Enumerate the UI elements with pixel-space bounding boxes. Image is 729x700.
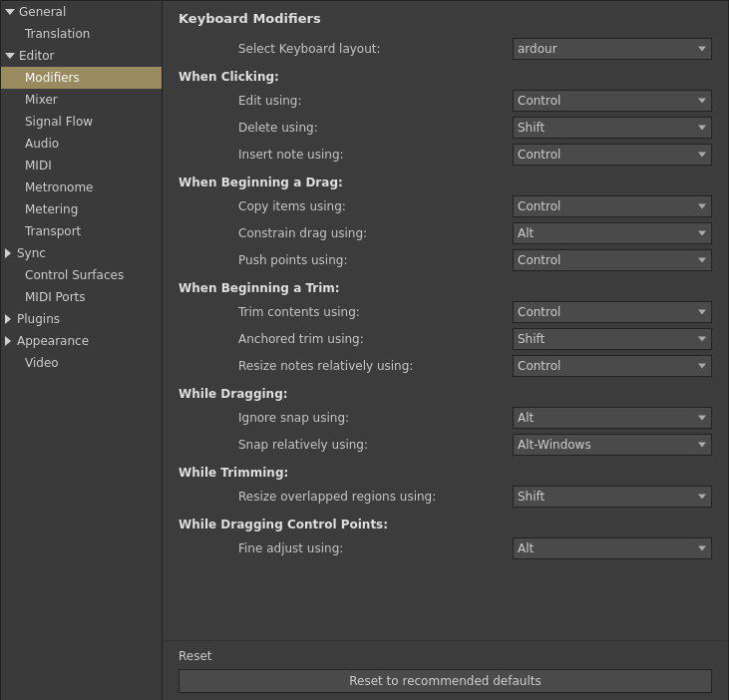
select-edit-using[interactable]: ControlAltShift — [513, 90, 712, 112]
setting-row-snap-relatively-using: Snap relatively using:Alt-WindowsControl… — [179, 434, 712, 456]
select-insert-note-using[interactable]: ControlAltShift — [513, 144, 712, 166]
setting-row-fine-adjust-using: Fine adjust using:ControlAltShift — [179, 537, 712, 559]
select-wrapper-resize-overlapped: ControlAltShift — [513, 486, 712, 508]
setting-row-push-points-using: Push points using:ControlAltShift — [179, 249, 712, 271]
sidebar-item-metering[interactable]: Metering — [1, 198, 162, 220]
select-wrapper-edit-using: ControlAltShift — [513, 90, 712, 112]
setting-label-select-keyboard: Select Keyboard layout: — [238, 42, 513, 56]
chevron-right-icon — [5, 314, 11, 324]
sidebar-item-signal-flow[interactable]: Signal Flow — [1, 111, 162, 133]
select-resize-overlapped[interactable]: ControlAltShift — [513, 486, 712, 508]
sidebar-item-metronome[interactable]: Metronome — [1, 176, 162, 198]
sidebar-item-control-surfaces[interactable]: Control Surfaces — [1, 264, 162, 286]
setting-label-ignore-snap-using: Ignore snap using: — [238, 411, 513, 425]
sidebar-item-editor[interactable]: Editor — [1, 45, 162, 67]
select-wrapper-copy-items-using: ControlAltShift — [513, 195, 712, 217]
sidebar-item-plugins[interactable]: Plugins — [1, 308, 162, 330]
sidebar-item-label: Plugins — [17, 312, 60, 326]
select-ignore-snap-using[interactable]: ControlAltShift — [513, 407, 712, 429]
select-wrapper-push-points-using: ControlAltShift — [513, 249, 712, 271]
select-wrapper-trim-contents-using: ControlAltShift — [513, 301, 712, 323]
select-push-points-using[interactable]: ControlAltShift — [513, 249, 712, 271]
setting-row-trim-contents-using: Trim contents using:ControlAltShift — [179, 301, 712, 323]
setting-label-insert-note-using: Insert note using: — [238, 148, 513, 162]
sidebar-item-label: Appearance — [17, 334, 89, 348]
section-header-when-beginning-trim: When Beginning a Trim: — [179, 281, 712, 295]
select-delete-using[interactable]: ControlAltShift — [513, 117, 712, 139]
select-wrapper-anchored-trim-using: ControlAltShift — [513, 328, 712, 350]
page-title: Keyboard Modifiers — [179, 11, 712, 26]
setting-row-constrain-drag-using: Constrain drag using:ControlAltShift — [179, 222, 712, 244]
select-select-keyboard[interactable]: ardour — [513, 38, 712, 60]
section-header-when-beginning-drag: When Beginning a Drag: — [179, 175, 712, 189]
setting-label-resize-overlapped: Resize overlapped regions using: — [238, 490, 513, 504]
setting-row-resize-notes-relatively: Resize notes relatively using:ControlAlt… — [179, 355, 712, 377]
select-resize-notes-relatively[interactable]: ControlAltShift — [513, 355, 712, 377]
select-fine-adjust-using[interactable]: ControlAltShift — [513, 537, 712, 559]
setting-label-anchored-trim-using: Anchored trim using: — [238, 332, 513, 346]
setting-label-resize-notes-relatively: Resize notes relatively using: — [238, 359, 513, 373]
setting-label-trim-contents-using: Trim contents using: — [238, 305, 513, 319]
section-header-while-dragging: While Dragging: — [179, 387, 712, 401]
select-wrapper-select-keyboard: ardour — [513, 38, 712, 60]
sidebar-item-modifiers[interactable]: Modifiers — [1, 67, 162, 89]
select-wrapper-constrain-drag-using: ControlAltShift — [513, 222, 712, 244]
setting-row-edit-using: Edit using:ControlAltShift — [179, 90, 712, 112]
select-wrapper-delete-using: ControlAltShift — [513, 117, 712, 139]
select-trim-contents-using[interactable]: ControlAltShift — [513, 301, 712, 323]
sidebar-item-mixer[interactable]: Mixer — [1, 89, 162, 111]
chevron-right-icon — [5, 336, 11, 346]
chevron-down-icon — [5, 9, 15, 15]
setting-row-anchored-trim-using: Anchored trim using:ControlAltShift — [179, 328, 712, 350]
section-header-while-dragging-control: While Dragging Control Points: — [179, 518, 712, 531]
setting-label-snap-relatively-using: Snap relatively using: — [238, 438, 513, 452]
reset-section: Reset Reset to recommended defaults — [163, 640, 728, 700]
select-copy-items-using[interactable]: ControlAltShift — [513, 195, 712, 217]
select-wrapper-snap-relatively-using: Alt-WindowsControlAltShift — [513, 434, 712, 456]
reset-label: Reset — [179, 649, 712, 663]
sections-container: Select Keyboard layout:ardourWhen Clicki… — [179, 38, 712, 559]
select-anchored-trim-using[interactable]: ControlAltShift — [513, 328, 712, 350]
select-wrapper-fine-adjust-using: ControlAltShift — [513, 537, 712, 559]
sidebar-item-label: Sync — [17, 246, 46, 260]
setting-label-fine-adjust-using: Fine adjust using: — [238, 541, 513, 555]
setting-row-resize-overlapped: Resize overlapped regions using:ControlA… — [179, 486, 712, 508]
setting-row-select-keyboard: Select Keyboard layout:ardour — [179, 38, 712, 60]
setting-label-constrain-drag-using: Constrain drag using: — [238, 226, 513, 240]
sidebar-item-midi-ports[interactable]: MIDI Ports — [1, 286, 162, 308]
setting-label-push-points-using: Push points using: — [238, 253, 513, 267]
select-constrain-drag-using[interactable]: ControlAltShift — [513, 222, 712, 244]
sidebar-item-general[interactable]: General — [1, 1, 162, 23]
setting-label-edit-using: Edit using: — [238, 94, 513, 108]
sidebar-item-midi[interactable]: MIDI — [1, 155, 162, 176]
sidebar-item-label: General — [19, 5, 66, 19]
sidebar-item-video[interactable]: Video — [1, 352, 162, 374]
setting-row-ignore-snap-using: Ignore snap using:ControlAltShift — [179, 407, 712, 429]
section-header-when-clicking: When Clicking: — [179, 70, 712, 84]
sidebar: GeneralTranslationEditorModifiersMixerSi… — [1, 1, 163, 700]
setting-row-delete-using: Delete using:ControlAltShift — [179, 117, 712, 139]
section-header-while-trimming: While Trimming: — [179, 466, 712, 480]
setting-row-copy-items-using: Copy items using:ControlAltShift — [179, 195, 712, 217]
select-snap-relatively-using[interactable]: Alt-WindowsControlAltShift — [513, 434, 712, 456]
sidebar-item-audio[interactable]: Audio — [1, 133, 162, 155]
sidebar-item-label: Editor — [19, 49, 55, 63]
chevron-down-icon — [5, 53, 15, 59]
select-wrapper-resize-notes-relatively: ControlAltShift — [513, 355, 712, 377]
main-content: Keyboard Modifiers Select Keyboard layou… — [163, 1, 728, 700]
sidebar-item-translation[interactable]: Translation — [1, 23, 162, 45]
reset-button[interactable]: Reset to recommended defaults — [179, 669, 712, 693]
setting-label-copy-items-using: Copy items using: — [238, 199, 513, 213]
sidebar-item-appearance[interactable]: Appearance — [1, 330, 162, 352]
setting-label-delete-using: Delete using: — [238, 121, 513, 135]
select-wrapper-ignore-snap-using: ControlAltShift — [513, 407, 712, 429]
sidebar-item-transport[interactable]: Transport — [1, 220, 162, 242]
select-wrapper-insert-note-using: ControlAltShift — [513, 144, 712, 166]
setting-row-insert-note-using: Insert note using:ControlAltShift — [179, 144, 712, 166]
chevron-right-icon — [5, 248, 11, 258]
sidebar-item-sync[interactable]: Sync — [1, 242, 162, 264]
